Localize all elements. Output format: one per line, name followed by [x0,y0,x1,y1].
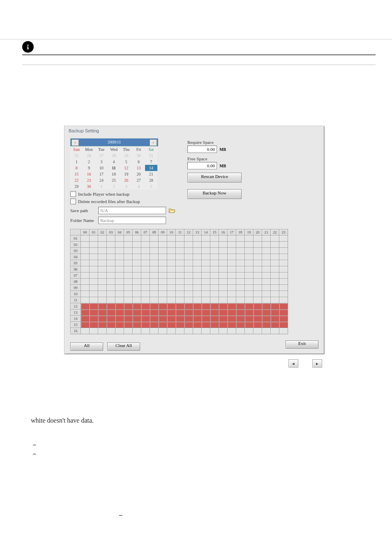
rescan-device-button[interactable]: Rescan Device [187,173,242,183]
schedule-cell[interactable] [133,328,141,334]
schedule-cell[interactable] [236,248,245,254]
schedule-cell[interactable] [193,279,202,285]
calendar-day[interactable]: 2 [83,159,95,165]
schedule-cell[interactable] [236,310,245,316]
schedule-cell[interactable] [262,328,271,334]
calendar-day[interactable]: 30 [83,183,95,190]
schedule-cell[interactable] [202,297,210,303]
schedule-cell[interactable] [193,273,202,279]
schedule-cell[interactable] [254,260,262,266]
schedule-cell[interactable] [133,322,141,328]
schedule-cell[interactable] [176,310,184,316]
schedule-cell[interactable] [81,248,90,254]
schedule-cell[interactable] [271,236,279,242]
schedule-cell[interactable] [159,260,167,266]
schedule-cell[interactable] [176,266,184,273]
schedule-cell[interactable] [262,242,271,248]
schedule-cell[interactable] [279,322,288,328]
schedule-cell[interactable] [184,310,193,316]
schedule-cell[interactable] [176,322,184,328]
schedule-cell[interactable] [210,254,219,260]
schedule-cell[interactable] [254,285,262,291]
schedule-cell[interactable] [150,285,159,291]
schedule-cell[interactable] [176,242,184,248]
schedule-cell[interactable] [141,316,150,322]
schedule-cell[interactable] [176,260,184,266]
calendar-day[interactable]: 15 [70,171,83,177]
schedule-cell[interactable] [193,303,202,310]
calendar-day[interactable]: 26 [120,177,132,183]
schedule-cell[interactable] [150,279,159,285]
schedule-cell[interactable] [150,236,159,242]
calendar-day[interactable]: 1 [70,159,83,165]
calendar-day[interactable]: 28 [108,153,120,159]
schedule-cell[interactable] [98,310,107,316]
schedule-cell[interactable] [159,303,167,310]
schedule-cell[interactable] [245,260,254,266]
schedule-cell[interactable] [141,303,150,310]
schedule-cell[interactable] [124,291,133,297]
calendar-day[interactable]: 7 [145,159,157,165]
schedule-cell[interactable] [202,310,210,316]
schedule-cell[interactable] [150,248,159,254]
schedule-cell[interactable] [228,310,236,316]
schedule-cell[interactable] [150,303,159,310]
schedule-cell[interactable] [254,266,262,273]
schedule-cell[interactable] [167,242,176,248]
schedule-cell[interactable] [279,242,288,248]
schedule-cell[interactable] [236,322,245,328]
schedule-cell[interactable] [254,297,262,303]
schedule-cell[interactable] [167,316,176,322]
schedule-cell[interactable] [124,322,133,328]
schedule-cell[interactable] [81,266,90,273]
schedule-cell[interactable] [271,242,279,248]
schedule-cell[interactable] [228,279,236,285]
folder-name-input[interactable]: Backup [98,217,166,224]
schedule-cell[interactable] [236,316,245,322]
schedule-cell[interactable] [228,260,236,266]
schedule-cell[interactable] [90,303,98,310]
schedule-cell[interactable] [107,316,115,322]
schedule-cell[interactable] [184,273,193,279]
schedule-cell[interactable] [262,303,271,310]
schedule-cell[interactable] [219,285,228,291]
schedule-cell[interactable] [124,260,133,266]
schedule-cell[interactable] [98,303,107,310]
calendar-day[interactable]: 4 [108,159,120,165]
schedule-cell[interactable] [98,248,107,254]
schedule-cell[interactable] [279,266,288,273]
calendar-day[interactable]: 26 [83,153,95,159]
schedule-cell[interactable] [279,291,288,297]
schedule-cell[interactable] [279,285,288,291]
schedule-cell[interactable] [81,273,90,279]
calendar-day[interactable]: 30 [132,153,145,159]
calendar-day[interactable]: 16 [83,171,95,177]
schedule-cell[interactable] [228,236,236,242]
schedule-cell[interactable] [150,254,159,260]
schedule-cell[interactable] [167,328,176,334]
schedule-cell[interactable] [236,254,245,260]
schedule-cell[interactable] [98,242,107,248]
schedule-cell[interactable] [167,322,176,328]
schedule-cell[interactable] [176,303,184,310]
schedule-cell[interactable] [141,328,150,334]
schedule-cell[interactable] [159,242,167,248]
schedule-cell[interactable] [115,266,124,273]
calendar-day[interactable]: 11 [108,165,120,171]
schedule-cell[interactable] [90,236,98,242]
calendar-day[interactable]: 18 [108,171,120,177]
schedule-cell[interactable] [90,328,98,334]
schedule-cell[interactable] [141,260,150,266]
schedule-cell[interactable] [210,266,219,273]
schedule-cell[interactable] [159,285,167,291]
schedule-cell[interactable] [193,322,202,328]
schedule-cell[interactable] [167,254,176,260]
schedule-cell[interactable] [219,316,228,322]
select-all-button[interactable]: All [70,342,103,351]
schedule-cell[interactable] [141,291,150,297]
schedule-cell[interactable] [262,310,271,316]
schedule-cell[interactable] [202,236,210,242]
schedule-cell[interactable] [133,297,141,303]
calendar-day[interactable]: 10 [95,165,108,171]
schedule-cell[interactable] [176,316,184,322]
